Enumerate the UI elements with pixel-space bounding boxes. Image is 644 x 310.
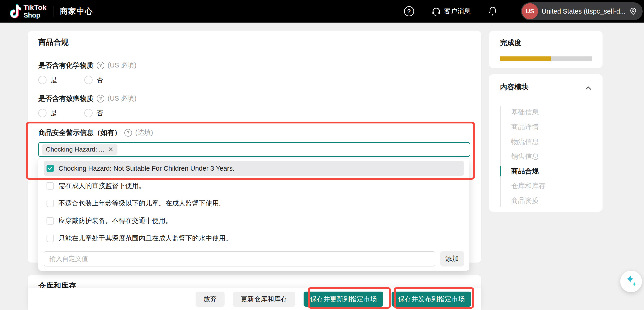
- radio-no[interactable]: [84, 76, 92, 84]
- warning-option[interactable]: 应穿戴防护装备。不得在交通中使用。: [44, 214, 464, 228]
- completion-card: 完成度: [489, 31, 602, 68]
- radio-yes[interactable]: [38, 76, 46, 84]
- radio-yes-label: 是: [50, 75, 57, 85]
- custom-value-input[interactable]: [44, 251, 435, 266]
- question-help-icon[interactable]: ?: [97, 62, 104, 69]
- completion-progress-track: [500, 56, 592, 61]
- radio-yes-label: 是: [50, 108, 57, 118]
- question-carcinogens-options: 是 否: [38, 108, 103, 118]
- warning-option[interactable]: 不适合包装上年龄等级以下的儿童。在成人监督下使用。: [44, 196, 464, 211]
- active-module-indicator: [500, 166, 501, 176]
- radio-no[interactable]: [84, 109, 92, 117]
- checkbox-icon[interactable]: [46, 200, 54, 207]
- warning-option-selected[interactable]: Chocking Hazard: Not Suitable For Childr…: [44, 161, 464, 176]
- help-button[interactable]: ?: [404, 6, 414, 16]
- customer-messages-label: 客户消息: [444, 7, 471, 16]
- chip-label: Chocking Hazard: ...: [46, 146, 104, 153]
- warning-option-text: 只能在儿童处于其深度范围内且在成人监督下的水中使用。: [58, 234, 232, 243]
- sidebar-item-qualifications[interactable]: 商品资质: [511, 193, 594, 208]
- content-modules-title: 内容模块: [500, 82, 528, 92]
- safety-warning-requirement: (选填): [135, 128, 153, 137]
- warning-option[interactable]: 只能在儿童处于其深度范围内且在成人监督下的水中使用。: [44, 231, 464, 246]
- add-button[interactable]: 添加: [440, 251, 464, 266]
- topbar-divider: [53, 6, 54, 16]
- question-carcinogens-label: 是否含有致癌物质: [38, 94, 94, 104]
- brand-wordmark: TikTok Shop: [24, 4, 46, 19]
- checkbox-checked-icon[interactable]: [46, 165, 54, 172]
- safety-warning-row: 商品安全警示信息（如有） ? (选填): [38, 128, 153, 138]
- question-carcinogens-row: 是否含有致癌物质 ? (US 必填): [38, 94, 136, 104]
- radio-yes[interactable]: [38, 109, 46, 117]
- location-pin-icon: [629, 7, 637, 15]
- footer-action-bar: 放弃 更新仓库和库存 保存并更新到指定市场 保存并发布到指定市场: [28, 288, 482, 310]
- region-flag-badge: US: [522, 3, 538, 19]
- checkbox-icon[interactable]: [46, 235, 54, 242]
- question-chemicals-label: 是否含有化学物质: [38, 61, 94, 70]
- warning-option-text: 需在成人的直接监督下使用。: [58, 181, 145, 190]
- completion-title: 完成度: [500, 38, 522, 48]
- sidebar-item-sales-info[interactable]: 销售信息: [511, 149, 594, 164]
- checkbox-icon[interactable]: [46, 182, 54, 190]
- modules-rail: [500, 106, 501, 206]
- merchant-center-page: TikTok Shop 商家中心 ? 客户消息 US: [0, 0, 644, 310]
- region-selector[interactable]: US United States (ttspc_self-d...: [521, 2, 642, 20]
- brand-line-tiktok: TikTok: [24, 4, 46, 11]
- question-chemicals-row: 是否含有化学物质 ? (US 必填): [38, 60, 136, 70]
- warning-option-text: 不适合包装上年龄等级以下的儿童。在成人监督下使用。: [58, 199, 226, 208]
- tiktok-shop-logo[interactable]: TikTok Shop: [8, 4, 46, 19]
- sidebar-item-compliance[interactable]: 商品合规: [511, 164, 594, 178]
- safety-warning-label: 商品安全警示信息（如有）: [38, 128, 121, 138]
- region-label: United States (ttspc_self-d...: [542, 8, 626, 15]
- tiktok-note-icon: [8, 4, 21, 19]
- top-bar: TikTok Shop 商家中心 ? 客户消息 US: [0, 0, 644, 22]
- warning-option[interactable]: 需在成人的直接监督下使用。: [44, 178, 464, 193]
- save-and-publish-button[interactable]: 保存并发布到指定市场: [392, 292, 471, 307]
- safety-warning-input[interactable]: Chocking Hazard: ... ✕: [38, 142, 470, 157]
- completion-progress-fill: [500, 56, 551, 61]
- sidebar-item-logistics[interactable]: 物流信息: [511, 134, 594, 149]
- help-icon: ?: [404, 6, 414, 16]
- sidebar-item-warehouse[interactable]: 仓库和库存: [511, 178, 594, 193]
- sidebar-item-product-details[interactable]: 商品详情: [511, 120, 594, 134]
- warning-option-text: 应穿戴防护装备。不得在交通中使用。: [58, 216, 172, 226]
- custom-value-row: 添加: [44, 251, 464, 266]
- sparkle-icon: [624, 274, 638, 289]
- radio-no-label: 否: [96, 75, 103, 85]
- customer-messages-button[interactable]: 客户消息: [431, 6, 471, 16]
- chevron-up-icon[interactable]: [586, 86, 591, 92]
- question-help-icon[interactable]: ?: [97, 95, 104, 102]
- ai-assistant-fab[interactable]: [620, 270, 642, 292]
- brand-line-shop: Shop: [24, 12, 46, 19]
- update-warehouse-button[interactable]: 更新仓库和库存: [233, 292, 295, 307]
- question-help-icon[interactable]: ?: [124, 129, 132, 136]
- discard-button[interactable]: 放弃: [196, 292, 224, 307]
- compliance-card-title: 商品合规: [38, 37, 69, 48]
- bell-icon: [488, 6, 498, 16]
- question-requirement: (US 必填): [108, 61, 136, 70]
- headset-icon: [431, 6, 441, 16]
- checkbox-icon[interactable]: [46, 217, 54, 224]
- app-title: 商家中心: [60, 6, 93, 16]
- content-modules-card: 内容模块 基础信息 商品详情 物流信息 销售信息 商品合规 仓库和库存 商品资质: [489, 74, 602, 212]
- sidebar-item-basic-info[interactable]: 基础信息: [511, 105, 594, 120]
- warning-option-text: Chocking Hazard: Not Suitable For Childr…: [58, 165, 234, 172]
- notifications-button[interactable]: [488, 6, 498, 16]
- question-chemicals-options: 是 否: [38, 75, 103, 85]
- question-requirement: (US 必填): [108, 94, 136, 103]
- selected-warning-chip: Chocking Hazard: ... ✕: [42, 144, 118, 155]
- chip-remove-icon[interactable]: ✕: [108, 146, 113, 153]
- save-and-update-button[interactable]: 保存并更新到指定市场: [304, 292, 383, 307]
- warning-options-dropdown: Chocking Hazard: Not Suitable For Childr…: [38, 159, 470, 270]
- radio-no-label: 否: [96, 108, 103, 118]
